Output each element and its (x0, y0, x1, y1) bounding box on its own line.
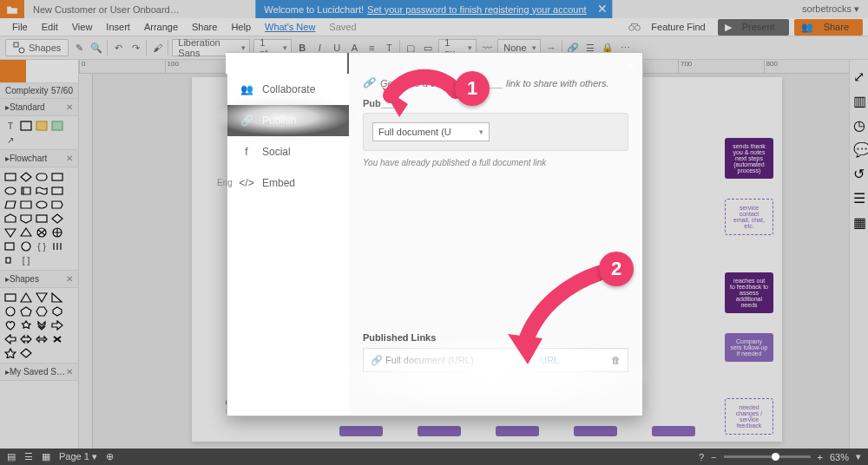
publish-hint: 🔗 Generate a continuous_____ link to sha… (363, 77, 628, 88)
dialog-close-icon[interactable]: ✕ (624, 58, 635, 75)
zoom-in-icon[interactable]: + (818, 452, 823, 462)
published-links-header: Published Links (363, 332, 628, 343)
link-icon: 🔗 (371, 355, 383, 366)
dialog-body: 🔗 Generate a continuous_____ link to sha… (349, 53, 642, 416)
people-icon: 👥 (240, 82, 253, 96)
sidebar-item-social[interactable]: f Social (227, 136, 349, 167)
sidebar-item-publish[interactable]: 🔗 Publish (227, 105, 349, 136)
sidebar-item-label: Collaborate (262, 83, 315, 95)
publish-label: Pub___ (363, 98, 397, 108)
thumb-view-icon[interactable]: ▦ (42, 451, 50, 462)
chevron-down-icon[interactable]: ▾ (856, 451, 861, 462)
link-label: Full document (URL) (385, 355, 473, 365)
callout-badge-2: 2 (599, 252, 634, 286)
published-link-row: 🔗 Full document (URL) URL 🗑 (363, 348, 628, 372)
page-selector[interactable]: Page 1 ▾ (59, 451, 97, 462)
status-bar: ▤ ☰ ▦ Page 1 ▾ ⊕ ? − + 63% ▾ (0, 449, 868, 465)
code-icon: </> (240, 176, 253, 190)
zoom-slider[interactable] (724, 455, 811, 458)
publish-dialog: ✕ 👥 Collaborate 🔗 Publish f Social </> E… (227, 52, 643, 416)
sidebar-item-label: Social (262, 146, 291, 158)
hint-text: Generate a continuous_____ link to share… (380, 78, 609, 88)
sidebar-item-embed[interactable]: </> Embed (227, 167, 349, 199)
facebook-icon: f (240, 145, 253, 159)
dialog-sidebar: 👥 Collaborate 🔗 Publish f Social </> Emb… (227, 53, 349, 416)
grid-view-icon[interactable]: ▤ (7, 451, 16, 462)
zoom-value[interactable]: 63% (830, 452, 849, 462)
callout-badge-1: 1 (455, 71, 490, 106)
sidebar-item-label: Publish (262, 115, 296, 127)
publish-box: Full document (U (363, 113, 628, 151)
help-icon[interactable]: ? (699, 452, 704, 462)
list-view-icon[interactable]: ☰ (24, 451, 33, 462)
publish-scope-select[interactable]: Full document (U (372, 122, 490, 141)
trash-icon[interactable]: 🗑 (611, 355, 621, 365)
zoom-out-icon[interactable]: − (711, 452, 716, 462)
sidebar-item-collaborate[interactable]: 👥 Collaborate (227, 74, 349, 105)
link-icon: 🔗 (363, 77, 375, 88)
truncated-text: Eng (217, 178, 233, 187)
already-published-text: You have already published a full docume… (363, 158, 628, 167)
add-page-icon[interactable]: ⊕ (106, 451, 114, 462)
link-icon: 🔗 (240, 114, 253, 128)
link-url[interactable]: URL (540, 355, 559, 365)
sidebar-item-label: Embed (262, 177, 295, 189)
